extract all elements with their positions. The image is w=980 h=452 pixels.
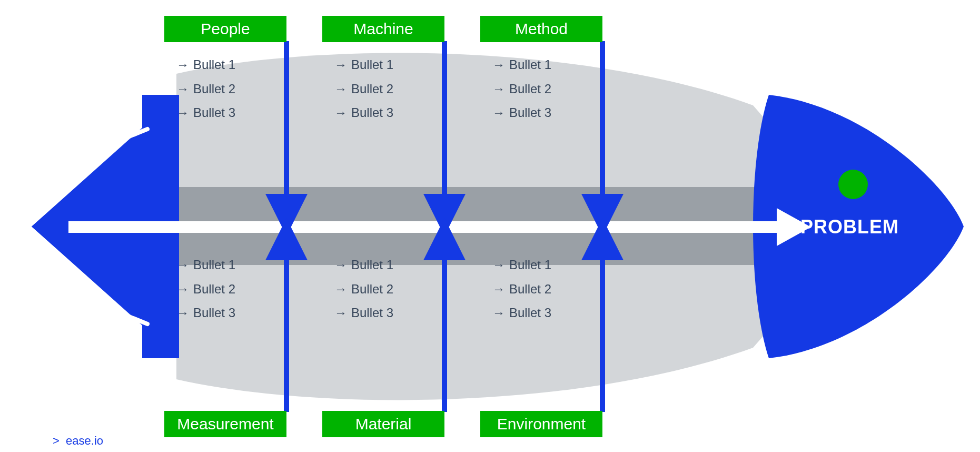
bullet-text: Bullet 2 xyxy=(351,277,393,301)
arrow-icon: → xyxy=(492,101,505,125)
attribution-text: ease.io xyxy=(66,434,103,447)
arrow-icon: → xyxy=(176,277,189,301)
bullet-text: Bullet 2 xyxy=(351,77,393,101)
arrow-icon: → xyxy=(334,77,347,101)
bullets-people: →Bullet 1 →Bullet 2 →Bullet 3 xyxy=(176,53,235,125)
bullet-text: Bullet 3 xyxy=(351,101,393,125)
bullet-text: Bullet 2 xyxy=(193,277,235,301)
bullets-environment: →Bullet 1 →Bullet 2 →Bullet 3 xyxy=(492,253,551,325)
bullet-text: Bullet 1 xyxy=(193,253,235,277)
arrow-icon: → xyxy=(334,53,347,77)
arrow-icon: → xyxy=(334,301,347,325)
arrow-icon: → xyxy=(176,53,189,77)
bullets-material: →Bullet 1 →Bullet 2 →Bullet 3 xyxy=(334,253,393,325)
arrow-icon: → xyxy=(492,253,505,277)
arrow-icon: → xyxy=(334,101,347,125)
bullet-text: Bullet 2 xyxy=(193,77,235,101)
bullets-machine: →Bullet 1 →Bullet 2 →Bullet 3 xyxy=(334,53,393,125)
bullet-text: Bullet 3 xyxy=(193,301,235,325)
arrow-icon: → xyxy=(176,101,189,125)
bullet-text: Bullet 2 xyxy=(509,277,551,301)
arrow-icon: → xyxy=(492,277,505,301)
bullet-text: Bullet 3 xyxy=(509,101,551,125)
bullet-text: Bullet 1 xyxy=(351,253,393,277)
bullet-text: Bullet 1 xyxy=(351,53,393,77)
category-method: Method xyxy=(480,16,602,42)
bullet-text: Bullet 3 xyxy=(351,301,393,325)
bullets-method: →Bullet 1 →Bullet 2 →Bullet 3 xyxy=(492,53,551,125)
category-people: People xyxy=(164,16,286,42)
bullet-text: Bullet 1 xyxy=(193,53,235,77)
bullet-text: Bullet 3 xyxy=(193,101,235,125)
arrow-icon: → xyxy=(176,301,189,325)
arrow-icon: → xyxy=(176,77,189,101)
arrow-icon: → xyxy=(334,253,347,277)
bullet-text: Bullet 1 xyxy=(509,53,551,77)
arrow-icon: → xyxy=(334,277,347,301)
problem-label: PROBLEM xyxy=(800,216,899,238)
bullet-text: Bullet 1 xyxy=(509,253,551,277)
arrow-icon: → xyxy=(492,301,505,325)
category-environment: Environment xyxy=(480,411,602,437)
bullets-measurement: →Bullet 1 →Bullet 2 →Bullet 3 xyxy=(176,253,235,325)
bullet-text: Bullet 2 xyxy=(509,77,551,101)
bullet-text: Bullet 3 xyxy=(509,301,551,325)
arrow-icon: → xyxy=(492,53,505,77)
arrow-icon: → xyxy=(176,253,189,277)
category-machine: Machine xyxy=(322,16,444,42)
attribution: > ease.io xyxy=(53,434,103,448)
arrow-icon: → xyxy=(492,77,505,101)
chevron-right-icon: > xyxy=(53,434,60,447)
category-material: Material xyxy=(322,411,444,437)
category-measurement: Measurement xyxy=(164,411,286,437)
